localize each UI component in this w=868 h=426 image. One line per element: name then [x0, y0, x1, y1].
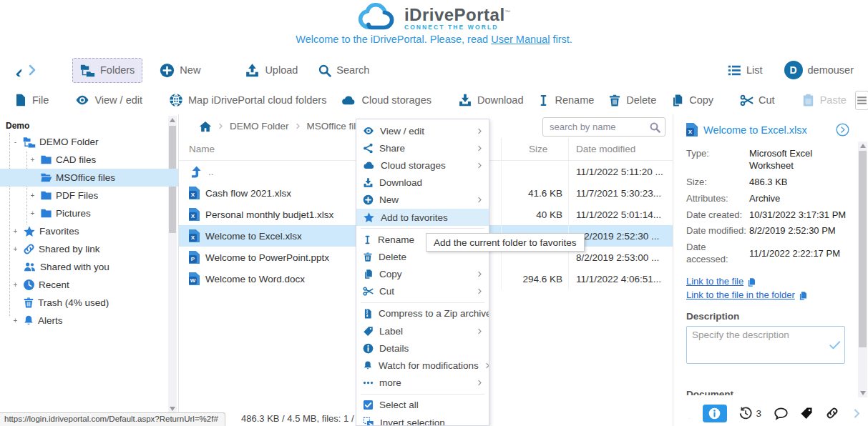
info-icon — [363, 343, 374, 354]
details-file-title[interactable]: Welcome to Excel.xlsx — [703, 124, 807, 136]
home-icon[interactable] — [199, 120, 212, 133]
tabs-prev-icon[interactable] — [679, 408, 690, 419]
tree-item-msoffice-files[interactable]: MSOffice files — [0, 169, 178, 187]
new-label: New — [180, 64, 200, 76]
copy-button[interactable]: Copy — [665, 90, 731, 111]
chevron-down-icon[interactable] — [205, 66, 213, 74]
details-scrollbar[interactable] — [858, 142, 867, 397]
chevron-down-icon[interactable] — [780, 96, 787, 104]
cut-button[interactable]: Cut — [734, 90, 793, 111]
user-manual-link[interactable]: User Manual — [491, 34, 550, 45]
excel-file-icon: X — [189, 208, 200, 221]
menu-item-invert-selection[interactable]: Invert selection — [356, 414, 489, 426]
tree-item-shared-by-link[interactable]: + Shared by link — [0, 240, 178, 258]
link-to-file[interactable]: Link to the file — [686, 276, 743, 287]
column-header-size[interactable]: Size — [501, 138, 569, 160]
expand-details-icon[interactable] — [836, 123, 849, 137]
tree-item-label: Shared with you — [40, 262, 109, 272]
menu-item-label[interactable]: Label — [356, 322, 489, 340]
scroll-down-icon[interactable] — [170, 407, 175, 411]
tab-info[interactable] — [703, 405, 727, 422]
menu-item-new[interactable]: New — [356, 192, 489, 209]
expander-icon[interactable]: + — [11, 227, 19, 235]
delete-button[interactable]: Delete — [603, 90, 662, 111]
menu-item-select-all[interactable]: Select all — [356, 397, 489, 414]
list-view-button[interactable]: List — [722, 60, 769, 81]
chevron-down-icon[interactable] — [147, 96, 155, 104]
tree-item-trash[interactable]: Trash (4% used) — [0, 294, 178, 312]
user-menu[interactable]: D demouser — [779, 57, 859, 83]
search-by-name-input[interactable] — [550, 122, 649, 132]
menu-item-details[interactable]: Details — [356, 340, 489, 357]
paste-button[interactable]: Paste — [796, 90, 852, 111]
expander-icon[interactable]: + — [11, 245, 19, 253]
tree-item-pdf-files[interactable]: + PDF Files — [0, 187, 178, 204]
map-label: Map iDrivePortal cloud folders — [188, 94, 326, 106]
chevron-down-icon[interactable] — [718, 96, 726, 104]
tree-item-label: Shared by link — [39, 244, 100, 254]
tree-item-demo-folder[interactable]: - DEMO Folder — [0, 133, 178, 151]
upload-button[interactable]: Upload — [239, 59, 303, 81]
cloud-storages-button[interactable]: Cloud storages — [335, 89, 449, 111]
scroll-down-icon[interactable] — [860, 391, 866, 395]
history-dropdown-icon[interactable] — [49, 66, 57, 74]
menu-item-cloud-storages[interactable]: Cloud storages — [356, 157, 489, 174]
tree-item-alerts[interactable]: + Alerts — [0, 312, 178, 330]
folder-tree: Demo - DEMO Folder + CAD files MSOffice … — [0, 114, 179, 426]
menu-item-compress-zip[interactable]: Compress to a Zip archive — [356, 305, 489, 322]
expander-icon[interactable]: + — [29, 209, 36, 217]
tree-item-favorites[interactable]: + Favorites — [0, 222, 178, 240]
scrollbar-thumb[interactable] — [859, 151, 867, 347]
more-toolbar-menu-button[interactable] — [855, 91, 868, 110]
new-button[interactable]: New — [154, 59, 219, 81]
menu-item-share[interactable]: Share — [356, 139, 489, 157]
tab-history[interactable]: 3 — [739, 407, 761, 420]
menu-item-download[interactable]: Download — [356, 174, 489, 192]
file-label: File — [32, 94, 49, 106]
file-date-modified: 11/7/2021 5:30:23... — [569, 182, 673, 204]
copy-link-icon[interactable] — [798, 291, 808, 301]
menu-item-add-to-favorites[interactable]: Add to favorites — [356, 209, 489, 226]
tabs-next-icon[interactable] — [852, 408, 862, 419]
description-textarea[interactable] — [686, 326, 845, 364]
link-to-file-in-folder[interactable]: Link to the file in the folder — [686, 289, 795, 300]
tree-item-shared-with-you[interactable]: Shared with you — [0, 258, 178, 276]
menu-item-more[interactable]: more — [356, 375, 489, 392]
tree-root-demo[interactable]: Demo — [0, 119, 178, 133]
folders-button[interactable]: Folders — [72, 58, 142, 83]
scroll-up-icon[interactable] — [860, 144, 866, 148]
menu-item-cut[interactable]: Cut — [356, 283, 489, 300]
tree-item-cad-files[interactable]: + CAD files — [0, 151, 178, 169]
expander-icon[interactable]: + — [29, 156, 36, 164]
tab-labels-icon[interactable] — [800, 407, 813, 420]
link-icon — [23, 243, 35, 255]
expander-icon[interactable]: - — [11, 138, 19, 146]
back-icon[interactable] — [9, 64, 21, 76]
breadcrumb-item[interactable]: DEMO Folder — [230, 121, 289, 132]
chevron-down-icon[interactable] — [437, 96, 444, 104]
tree-item-pictures[interactable]: + Pictures — [0, 204, 178, 222]
menu-item-view-edit[interactable]: View / edit — [356, 122, 489, 139]
expander-icon[interactable]: + — [11, 317, 19, 325]
hamburger-icon — [856, 94, 868, 106]
menu-item-copy[interactable]: Copy — [356, 266, 489, 283]
menu-item-watch-modifications[interactable]: Watch for modifications — [356, 357, 489, 374]
forward-icon[interactable] — [26, 64, 39, 76]
file-menu-button[interactable]: File — [9, 90, 67, 110]
download-button[interactable]: Download — [452, 89, 530, 111]
search-button[interactable]: Search — [312, 60, 375, 81]
search-icon[interactable] — [649, 122, 660, 133]
map-cloud-folders-button[interactable]: Map iDrivePortal cloud folders — [163, 89, 332, 111]
save-description-check-icon[interactable] — [829, 339, 841, 351]
expander-icon[interactable]: + — [11, 281, 19, 289]
tab-links-icon[interactable] — [826, 407, 839, 420]
expander-icon[interactable]: + — [29, 192, 36, 199]
tree-item-recent[interactable]: + Recent — [0, 276, 178, 294]
tab-comments-icon[interactable] — [774, 407, 788, 420]
chevron-down-icon[interactable] — [54, 96, 61, 104]
submenu-arrow-icon — [484, 362, 489, 369]
view-edit-button[interactable]: View / edit — [69, 89, 160, 111]
column-header-date-modified[interactable]: Date modified — [569, 138, 673, 160]
copy-link-icon[interactable] — [746, 277, 756, 287]
rename-button[interactable]: Rename — [532, 90, 600, 111]
